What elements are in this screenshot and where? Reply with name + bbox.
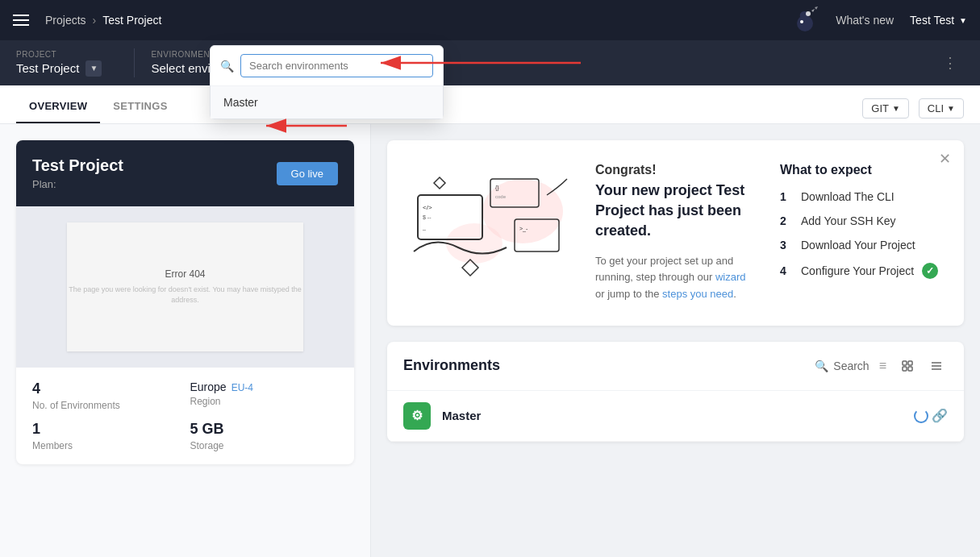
env-search-icon: 🔍 <box>815 360 828 372</box>
svg-text:code: code <box>495 194 507 199</box>
env-dropdown-search-container: 🔍 <box>211 46 443 86</box>
storage-value: 5 GB <box>190 421 339 438</box>
env-link-icon: 🔗 <box>932 408 948 423</box>
git-label: GIT <box>871 102 889 114</box>
plan-label: Plan: <box>32 178 123 190</box>
steps-link[interactable]: steps you need <box>662 288 733 300</box>
wte-num-1: 1 <box>780 190 793 203</box>
svg-marker-19 <box>434 177 445 189</box>
congrats-title: Congrats! <box>595 163 756 177</box>
project-name: Test Project <box>16 61 79 75</box>
wte-check-icon <box>922 263 938 279</box>
svg-text:_: _ <box>422 224 426 231</box>
region-label: Region <box>190 396 339 407</box>
members-count: 1 <box>32 421 181 438</box>
env-search-area: 🔍 Search <box>815 360 869 372</box>
mascot-icon <box>790 6 819 35</box>
cli-chevron-icon: ▼ <box>947 104 955 113</box>
env-search-label[interactable]: Search <box>833 360 869 372</box>
wte-title: What to expect <box>780 163 941 177</box>
user-chevron-icon: ▼ <box>959 16 967 25</box>
wizard-link[interactable]: wizard <box>715 271 746 283</box>
svg-text:$ --: $ -- <box>423 214 432 220</box>
svg-rect-22 <box>903 367 907 371</box>
env-status-icons: 🔗 <box>914 408 948 423</box>
wte-label-1: Download The CLI <box>801 190 895 203</box>
stat-region: Europe EU-4 Region <box>190 380 339 411</box>
env-tree-view-button[interactable] <box>896 355 919 377</box>
storage-label: Storage <box>190 440 339 451</box>
environments-label: No. of Environments <box>32 400 181 411</box>
svg-text:</>: </> <box>423 204 432 211</box>
tab-right-controls: GIT ▼ CLI ▼ <box>862 98 964 123</box>
wte-item-2: 2 Add Your SSH Key <box>780 214 941 227</box>
top-nav-right: What's new Test Test ▼ <box>790 6 967 35</box>
project-card-title: Test Project <box>32 156 123 175</box>
wte-label-2: Add Your SSH Key <box>801 214 896 227</box>
env-dropdown-master-item[interactable]: Master <box>211 86 443 118</box>
left-panel: Test Project Plan: Go live Error 404 The… <box>0 124 371 557</box>
congrats-card: </> $ -- _ {} code >_- <box>387 140 964 326</box>
congrats-subtitle: Your new project Test Project has just b… <box>595 181 756 242</box>
region-name: Europe <box>190 380 227 393</box>
project-preview: Error 404 The page you were looking for … <box>16 206 354 368</box>
environments-title: Environments <box>403 357 805 374</box>
svg-point-8 <box>446 223 503 264</box>
environments-card: Environments 🔍 Search ≡ <box>387 342 964 442</box>
project-card: Test Project Plan: Go live Error 404 The… <box>16 140 354 464</box>
whats-new-link[interactable]: What's new <box>836 14 894 27</box>
tab-overview[interactable]: OVERVIEW <box>16 90 100 123</box>
breadcrumb: Projects › Test Project <box>45 14 790 27</box>
user-menu[interactable]: Test Test ▼ <box>910 14 967 27</box>
top-nav: Projects › Test Project What's new Test … <box>0 0 980 40</box>
main-content: Test Project Plan: Go live Error 404 The… <box>0 124 980 557</box>
env-master-icon: ⚙ <box>403 402 431 430</box>
more-options-button[interactable]: ⋮ <box>936 51 964 75</box>
wte-item-3: 3 Download Your Project <box>780 239 941 251</box>
congrats-content: Congrats! Your new project Test Project … <box>595 163 756 303</box>
close-button[interactable]: ✕ <box>939 150 951 168</box>
svg-rect-23 <box>908 367 912 371</box>
go-live-button[interactable]: Go live <box>277 162 338 185</box>
wte-list: 1 Download The CLI 2 Add Your SSH Key 3 … <box>780 190 941 279</box>
project-dropdown-btn[interactable]: Test Project ▼ <box>16 60 102 77</box>
project-chevron-down-icon[interactable]: ▼ <box>85 60 102 77</box>
tab-settings[interactable]: SETTINGS <box>100 90 180 123</box>
cli-dropdown[interactable]: CLI ▼ <box>919 98 964 118</box>
svg-rect-21 <box>908 361 912 365</box>
env-filter-icon[interactable]: ≡ <box>879 359 886 373</box>
wte-num-3: 3 <box>780 239 793 251</box>
svg-text:{}: {} <box>495 185 499 191</box>
error-text: The page you were looking for doesn't ex… <box>67 285 303 305</box>
project-card-header: Test Project Plan: Go live <box>16 140 354 206</box>
sub-header: PROJECT Test Project ▼ ENVIRONMENT Selec… <box>0 40 980 85</box>
env-master-name: Master <box>442 409 903 422</box>
project-section[interactable]: PROJECT Test Project ▼ <box>16 50 118 77</box>
breadcrumb-separator: › <box>93 14 97 27</box>
git-dropdown[interactable]: GIT ▼ <box>862 98 909 118</box>
environments-header: Environments 🔍 Search ≡ <box>387 342 964 391</box>
svg-rect-20 <box>903 361 907 365</box>
wte-item-4: 4 Configure Your Project <box>780 263 941 279</box>
env-row-master[interactable]: ⚙ Master 🔗 <box>387 391 964 442</box>
env-view-icons <box>896 355 948 377</box>
svg-point-1 <box>806 11 811 16</box>
env-spinning-icon <box>914 409 928 423</box>
env-search-input[interactable] <box>240 54 433 77</box>
env-dropdown-overlay: 🔍 Master <box>210 45 444 119</box>
breadcrumb-projects[interactable]: Projects <box>45 14 86 27</box>
members-label: Members <box>32 440 181 451</box>
stat-environments: 4 No. of Environments <box>32 380 181 411</box>
env-list-view-button[interactable] <box>925 355 948 377</box>
wte-num-2: 2 <box>780 214 793 227</box>
svg-point-2 <box>800 20 803 23</box>
error-title: Error 404 <box>165 268 205 280</box>
cli-label: CLI <box>928 102 944 114</box>
right-panel: </> $ -- _ {} code >_- <box>371 124 980 557</box>
what-to-expect: What to expect 1 Download The CLI 2 Add … <box>780 163 941 303</box>
wte-item-1: 1 Download The CLI <box>780 190 941 203</box>
hamburger-menu[interactable] <box>13 15 29 26</box>
header-divider <box>134 48 135 77</box>
env-search-icon: 🔍 <box>220 60 234 73</box>
user-name: Test Test <box>910 14 954 27</box>
